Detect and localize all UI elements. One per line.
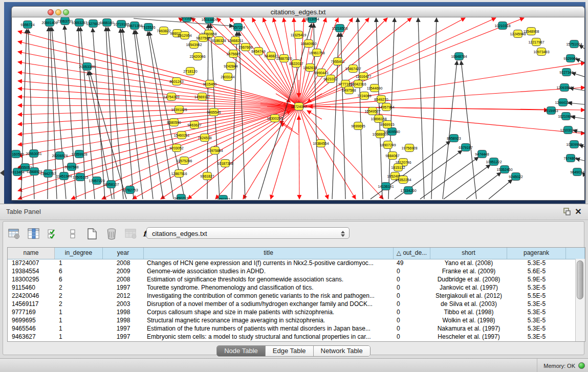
graph-node-label: 9203052	[169, 146, 183, 150]
tab-network-table[interactable]: Network Table	[314, 346, 370, 356]
cell-out_degree: 0	[394, 300, 430, 308]
graph-node-label: 16549527	[364, 110, 380, 113]
memory-status-label: Memory: OK	[543, 363, 575, 369]
table-row[interactable]: 946362711997Embryonic stem cells: a mode…	[8, 333, 576, 341]
cell-pagerank: 5.3E-5	[507, 308, 566, 316]
graph-node-label: 19384554	[313, 142, 329, 145]
new-table-icon[interactable]	[85, 227, 99, 241]
tab-edge-table[interactable]: Edge Table	[266, 346, 314, 356]
graph-edge	[489, 180, 512, 199]
column-header-year[interactable]: year	[103, 248, 144, 259]
cell-out_degree: 0	[394, 333, 430, 341]
delete-rows-icon[interactable]	[104, 227, 119, 241]
cell-in_degree: 1	[55, 324, 103, 333]
graph-edge	[466, 172, 501, 199]
cell-pagerank: 5.9E-5	[507, 275, 566, 283]
graph-node-label: 14957964	[378, 105, 394, 109]
graph-node-label: 9329966	[563, 57, 577, 60]
cell-title: Embryonic stem cells: a model to study s…	[144, 333, 394, 341]
table-row[interactable]: 1938455462009Genome-wide association stu…	[8, 267, 576, 275]
table-row[interactable]: 1456911722003Disruption of a novel membe…	[8, 300, 576, 308]
graph-node-label: 10973493	[533, 50, 549, 54]
cell-out_degree: 0	[394, 275, 430, 283]
graph-node-label: 15352254	[395, 178, 411, 182]
graph-node-label: 12444158	[555, 101, 571, 104]
cell-name: 18300295	[8, 275, 55, 283]
graph-node-label: 11575286	[177, 159, 192, 163]
cell-pagerank: 5.3E-5	[507, 333, 566, 341]
graph-node-label: 15352450	[496, 168, 512, 171]
panel-collapse-arrow-icon[interactable]	[0, 170, 4, 176]
graph-node-label: 17359928	[71, 152, 87, 156]
column-header-name[interactable]: name	[8, 248, 55, 259]
network-desktop: citations_edges.txt 93557242069140621063…	[4, 2, 585, 204]
graph-edge	[299, 106, 584, 134]
cell-pagerank: 5.3E-5	[507, 283, 566, 292]
graph-node-label: 11544690	[367, 86, 383, 90]
graph-node-label: 17957223	[89, 179, 104, 183]
graph-node-label: 7955401	[331, 60, 344, 63]
network-window-titlebar[interactable]: citations_edges.txt	[11, 6, 585, 17]
graph-node-label: 9245022	[509, 175, 522, 179]
table-row[interactable]: 911546021997Tourette syndrome. Phenomeno…	[8, 283, 576, 292]
graph-edge	[148, 32, 173, 199]
graph-node-label: 9474448	[475, 152, 489, 156]
cell-short: Franke et al. (2009)	[430, 267, 507, 275]
table-row[interactable]: 2242004622012Investigating the contribut…	[8, 292, 576, 300]
graph-node-label: 8813054	[305, 17, 319, 21]
table-row[interactable]: 977716911998Corpus callosum shape and si…	[8, 308, 576, 316]
cell-in_degree: 2	[55, 300, 103, 308]
scrollbar-thumb[interactable]	[577, 260, 583, 299]
graph-edge	[18, 81, 299, 106]
show-column-icon[interactable]	[27, 227, 41, 241]
float-panel-icon[interactable]	[562, 207, 572, 216]
cell-short: Hescheler et al. (1997)	[430, 333, 507, 341]
table-panel-title: Table Panel	[6, 208, 41, 215]
network-table-selector[interactable]: citations_edges.txt	[146, 227, 350, 239]
graph-node-label: 9450212	[174, 196, 188, 200]
table-row[interactable]: 969969511998Structural magnetic resonanc…	[8, 316, 576, 324]
table-row[interactable]: 946554611997Estimation of the future num…	[8, 324, 576, 333]
graph-node-label: 9097588	[64, 165, 78, 169]
graph-node-label: 12867516	[171, 172, 187, 176]
table-panel-header: Table Panel ✕	[0, 204, 588, 220]
cell-short: Stergiakouli et al. (2012)	[430, 292, 507, 300]
graph-node-label: 8580590	[167, 121, 181, 124]
column-header-pagerank[interactable]: pagerank	[507, 248, 566, 259]
column-header-title[interactable]: title	[144, 248, 394, 259]
citation-network-graph[interactable]: 9355724206914062106373110653287132760264…	[12, 17, 584, 200]
table-row[interactable]: 1872400712008Changes of HCN gene express…	[8, 259, 576, 267]
cell-year: 1998	[103, 316, 144, 324]
graph-node-label: 8601243	[169, 80, 183, 83]
graph-node-label: 15751074	[566, 42, 582, 46]
table-row[interactable]: 1830029562008Estimation of significance …	[8, 275, 576, 283]
graph-node-label: 1327602	[86, 22, 100, 26]
close-panel-icon[interactable]: ✕	[574, 207, 583, 216]
graph-node-label: 10975884	[207, 149, 223, 152]
graph-node-label: 6379197	[459, 146, 472, 149]
graph-node-label: 11325419	[291, 33, 307, 37]
graph-node-label: 9827508	[196, 36, 210, 40]
graph-edge	[18, 89, 299, 106]
graph-node-label: 10391825	[171, 108, 187, 112]
graph-node-label: 9227343	[559, 71, 573, 74]
graph-node-label: 25160520	[12, 152, 24, 156]
cell-year: 2012	[103, 292, 144, 300]
table-mode-icon[interactable]	[7, 227, 21, 241]
graph-node-label: 16210643	[558, 115, 574, 118]
graph-node-label: 14569117	[194, 95, 210, 99]
select-rows-icon[interactable]	[46, 227, 60, 241]
graph-node-label: 8215953	[544, 109, 558, 113]
column-header-short[interactable]: short	[430, 248, 507, 259]
graph-node-label: 18907249	[380, 143, 396, 147]
cell-in_degree: 1	[55, 316, 103, 324]
network-canvas[interactable]: 9355724206914062106373110653287132760264…	[11, 17, 585, 201]
column-header-out_degree[interactable]: △ out_de...	[394, 248, 430, 259]
tab-node-table[interactable]: Node Table	[217, 346, 266, 356]
row-height-icon[interactable]	[66, 227, 80, 241]
column-header-in_degree[interactable]: in_degree	[55, 248, 103, 259]
graph-node-label: 16958107	[103, 183, 119, 186]
table-vertical-scrollbar[interactable]	[575, 259, 585, 341]
cell-out_degree: 0	[394, 308, 430, 316]
network-window[interactable]: citations_edges.txt 93557242069140621063…	[11, 6, 585, 201]
